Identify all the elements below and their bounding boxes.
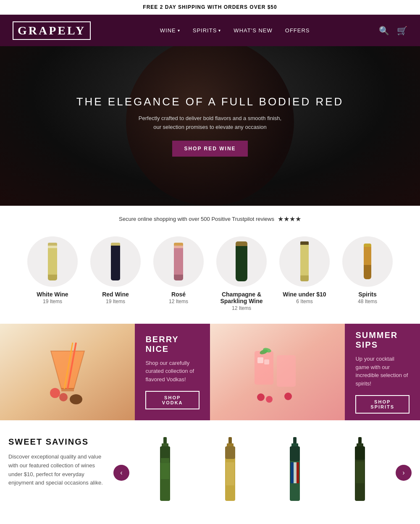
- savings-title: SWEET SAVINGS: [8, 437, 105, 447]
- promo-berry-content: BERRY NICE Shop our carefully curated co…: [135, 324, 210, 420]
- promo-summer-sips: SUMMER SIPS Up your cocktail game with o…: [210, 324, 420, 420]
- category-red-wine[interactable]: Red Wine 19 Items: [88, 236, 143, 311]
- category-label: Wine under $10: [283, 291, 326, 298]
- promo-summer-desc: Up your cocktail game with our incredibl…: [355, 355, 410, 388]
- search-icon[interactable]: 🔍: [379, 26, 389, 36]
- red-wine-bottle: [111, 243, 120, 280]
- category-circle: [90, 236, 141, 287]
- sweet-savings-section: SWEET SAVINGS Discover exceptional quali…: [0, 420, 420, 521]
- nav-spirits[interactable]: SPIRITS ▾: [193, 27, 221, 34]
- wine-card-3[interactable]: [266, 437, 325, 508]
- cart-icon[interactable]: 🛒: [397, 26, 407, 36]
- trust-text: Secure online shopping with over 500 Pos…: [119, 216, 274, 222]
- cocktail-svg: [42, 338, 93, 406]
- bottle-icon: [358, 241, 377, 283]
- rose-bottle: [174, 243, 183, 280]
- svg-rect-10: [264, 359, 269, 364]
- nav-wine[interactable]: WINE ▾: [160, 27, 180, 34]
- wine-card-4[interactable]: [331, 437, 389, 508]
- svg-rect-25: [226, 462, 234, 485]
- wine-card-1[interactable]: [136, 437, 194, 508]
- savings-text-block: SWEET SAVINGS Discover exceptional quali…: [8, 437, 105, 487]
- savings-carousel: ‹: [113, 437, 412, 508]
- svg-rect-34: [357, 443, 363, 447]
- wine-bottle-1: [157, 437, 173, 508]
- category-circle: [27, 236, 78, 287]
- top-banner: FREE 2 DAY SHIPPING WITH ORDERS OVER $50: [0, 0, 420, 15]
- banner-text: FREE 2 DAY SHIPPING WITH ORDERS OVER $50: [143, 4, 277, 10]
- header: GRAPELY WINE ▾ SPIRITS ▾ WHAT'S NEW OFFE…: [0, 15, 420, 46]
- category-circle: [279, 236, 330, 287]
- category-wine-under-10[interactable]: Wine under $10 6 Items: [277, 236, 332, 311]
- svg-point-11: [257, 393, 265, 401]
- category-circle: [153, 236, 204, 287]
- promo-berry-title: BERRY NICE: [145, 335, 200, 354]
- savings-desc: Discover exceptional quality and value w…: [8, 453, 105, 487]
- svg-point-6: [70, 394, 82, 404]
- category-label: Rosé: [171, 291, 186, 298]
- promo-summer-content: SUMMER SIPS Up your cocktail game with o…: [345, 324, 420, 420]
- carousel-prev-button[interactable]: ‹: [113, 465, 129, 481]
- promo-berry-nice: BERRY NICE Shop our carefully curated co…: [0, 324, 210, 420]
- category-label: Red Wine: [102, 291, 129, 298]
- trust-bar: Secure online shopping with over 500 Pos…: [0, 206, 420, 232]
- chardonnay-bottle: [300, 241, 309, 281]
- nav-whats-new[interactable]: WHAT'S NEW: [234, 27, 272, 34]
- svg-rect-22: [227, 443, 234, 447]
- spirits-bottle: [364, 244, 371, 279]
- trust-stars: ★★★★: [278, 215, 301, 223]
- categories-section: White Wine 19 Items Red Wine 19 Items Ro…: [0, 232, 420, 324]
- svg-rect-8: [277, 355, 296, 387]
- promo-cocktail-image: [0, 324, 135, 420]
- promo-berry-image: [210, 324, 345, 420]
- wine-bottle-2: [222, 437, 239, 508]
- shop-vodka-button[interactable]: SHOP VODKA: [145, 391, 200, 409]
- category-rose[interactable]: Rosé 12 Items: [151, 236, 206, 311]
- category-count: 6 Items: [296, 299, 312, 304]
- category-spirits[interactable]: Spirits 48 Items: [340, 236, 395, 311]
- svg-rect-17: [162, 443, 168, 447]
- white-wine-bottle: [48, 243, 57, 280]
- category-circle: [216, 236, 267, 287]
- svg-rect-7: [255, 351, 273, 385]
- hero-content: THE ELEGANCE OF A FULL BODIED RED Perfec…: [68, 87, 352, 165]
- category-white-wine[interactable]: White Wine 19 Items: [25, 236, 80, 311]
- champagne-bottle: [236, 241, 247, 281]
- main-nav: WINE ▾ SPIRITS ▾ WHAT'S NEW OFFERS: [160, 27, 310, 34]
- carousel-next-button[interactable]: ›: [396, 465, 412, 481]
- wine-bottle-4: [352, 437, 368, 508]
- svg-rect-27: [291, 443, 298, 447]
- category-champagne[interactable]: Champagne & Sparkling Wine 12 Items: [214, 236, 269, 311]
- category-count: 12 Items: [232, 305, 251, 311]
- bottle-icon: [43, 241, 62, 283]
- svg-rect-30: [291, 462, 294, 483]
- category-circle: [342, 236, 393, 287]
- svg-point-5: [59, 393, 68, 401]
- wine-card-2[interactable]: [201, 437, 260, 508]
- hero-cta-button[interactable]: SHOP RED WINE: [172, 141, 247, 157]
- category-count: 48 Items: [358, 299, 377, 304]
- category-count: 12 Items: [169, 299, 188, 304]
- header-icons: 🔍 🛒: [379, 26, 407, 36]
- hero-title: THE ELEGANCE OF A FULL BODIED RED: [76, 95, 344, 108]
- svg-rect-32: [297, 462, 299, 483]
- logo[interactable]: GRAPELY: [13, 21, 91, 40]
- hero-section: THE ELEGANCE OF A FULL BODIED RED Perfec…: [0, 46, 420, 206]
- carousel-items: [136, 437, 389, 508]
- wine-bottle-3: [286, 437, 303, 508]
- category-label: White Wine: [37, 291, 68, 298]
- svg-point-12: [266, 396, 273, 403]
- svg-rect-31: [294, 462, 297, 483]
- category-label: Champagne & Sparkling Wine: [214, 291, 269, 304]
- svg-rect-9: [257, 357, 263, 363]
- category-count: 19 Items: [106, 299, 125, 304]
- promo-section: BERRY NICE Shop our carefully curated co…: [0, 324, 420, 420]
- svg-point-4: [50, 388, 60, 398]
- chevron-down-icon: ▾: [178, 28, 180, 33]
- svg-rect-24: [225, 446, 235, 459]
- berry-cocktail-svg: [248, 334, 307, 410]
- svg-rect-36: [355, 446, 365, 460]
- nav-offers[interactable]: OFFERS: [285, 27, 310, 34]
- svg-rect-20: [161, 458, 169, 479]
- shop-spirits-button[interactable]: SHOP SPIRITS: [355, 395, 410, 414]
